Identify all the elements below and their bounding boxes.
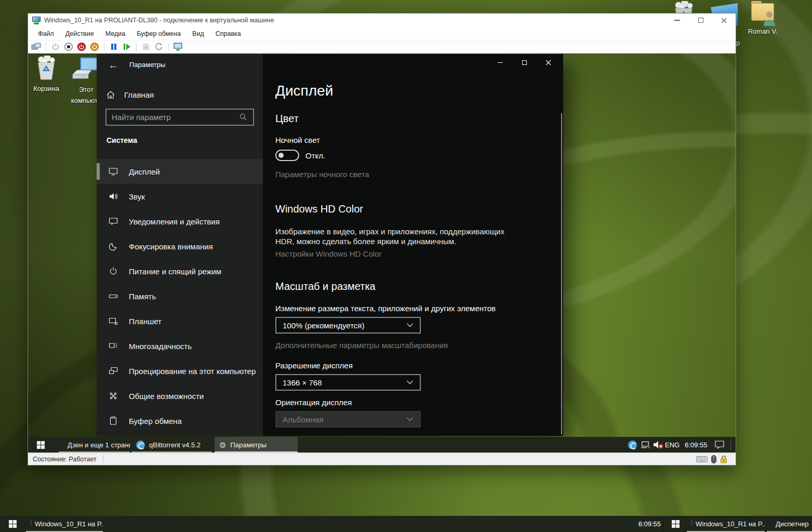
settings-app-title: Параметры [129,61,165,69]
orientation-dropdown: Альбомная [275,411,421,428]
taskbar-item-label: Параметры [230,441,266,449]
night-light-state: Откл. [305,151,325,160]
scale-dropdown[interactable]: 100% (рекомендуется) [275,317,421,334]
checkpoint-button[interactable] [140,41,152,52]
taskbar-item-edge[interactable]: Дзен и еще 1 страни... [59,437,130,453]
minimize-button[interactable] [488,54,512,71]
enhanced-session-button[interactable] [172,41,184,52]
taskbar-item-qbittorrent[interactable]: qBittorrent v4.5.2 [131,437,212,453]
sidebar-item-label: Буфер обмена [129,417,182,425]
resolution-dropdown[interactable]: 1366 × 768 [275,374,421,391]
pause-vm-button[interactable] [108,41,119,52]
sidebar-item-display[interactable]: Дисплей [97,159,263,184]
sidebar-item-home[interactable]: Главная [105,86,154,103]
host-taskbar-item-vmconnect[interactable]: Windows_10_R1 на P... [26,516,103,532]
sidebar-item-tablet[interactable]: Планшет [97,309,263,334]
menu-view[interactable]: Вид [187,27,210,40]
sidebar-item-power-sleep[interactable]: Питание и спящий режим [97,259,263,284]
advanced-scaling-link[interactable]: Дополнительные параметры масштабирования [275,341,448,350]
menu-action[interactable]: Действие [60,27,100,40]
windows-logo-icon [9,520,17,528]
tray-qbittorrent-icon[interactable] [625,437,639,453]
menu-help[interactable]: Справка [210,27,247,40]
revert-button[interactable] [153,41,165,52]
tray-clock[interactable]: 6:09:55 [685,437,707,453]
chevron-down-icon [406,417,414,422]
settings-search-box[interactable] [105,109,254,126]
host-clock[interactable]: 6:09:55 [613,516,661,532]
show-desktop-divider[interactable] [730,439,731,450]
host-taskbar-item-task-manager[interactable]: Диспетчер [767,516,812,532]
save-vm-button[interactable] [89,41,100,52]
taskbar-item-label: Windows_10_R1 на P... [35,520,103,528]
taskbar-item-settings[interactable]: ⚙ Параметры [215,437,298,453]
scale-value: 100% (рекомендуется) [283,321,364,330]
orientation-value: Альбомная [283,415,324,424]
sidebar-item-label: Память [129,292,156,301]
sidebar-item-label: Многозадачность [129,342,192,351]
vm-window-title: Windows_10_R1 на PROLIANT-DL380 - подклю… [44,17,274,24]
hd-color-description: Изображение в видео, играх и приложениях… [275,227,525,246]
icon-label: Roman V. [746,26,779,37]
ctrl-alt-del-button[interactable] [31,41,42,52]
home-icon [105,89,116,100]
close-button[interactable] [536,54,560,71]
menu-file[interactable]: Файл [32,27,60,40]
tray-network-icon[interactable] [639,437,651,453]
taskbar-item-label: Windows_10_R1 на P... [696,520,765,528]
sidebar-item-storage[interactable]: Память [97,284,263,309]
night-light-toggle[interactable] [275,150,299,161]
resume-vm-button[interactable] [121,41,132,52]
sidebar-item-multitasking[interactable]: Многозадачность [97,334,263,358]
sidebar-item-shared-experiences[interactable]: Общие возможности [97,383,263,408]
host-taskbar-item-vmconnect-2[interactable]: Windows_10_R1 на P... [687,516,765,532]
maximize-button[interactable] [512,54,536,71]
tray-language-indicator[interactable]: ENG [665,437,680,453]
clipboard-icon [108,416,118,426]
scale-size-label: Изменение размера текста, приложений и д… [275,304,496,313]
hd-color-settings-link[interactable]: Настройки Windows HD Color [275,249,381,258]
multitasking-icon [108,341,118,351]
night-light-settings-link[interactable]: Параметры ночного света [275,170,369,179]
resolution-label: Разрешение дисплея [275,361,353,370]
vm-status-text: Состояние: Работает [33,456,97,463]
sidebar-item-notifications[interactable]: Уведомления и действия [97,209,263,234]
settings-window: ← Параметры Главная Система Дисплей [97,54,563,436]
menu-clipboard[interactable]: Буфер обмена [131,27,187,40]
display-icon [108,166,118,177]
maximize-button[interactable] [689,14,712,27]
taskbar-item-label: qBittorrent v4.5.2 [149,441,201,449]
icon-label: Корзина [29,83,63,94]
keyboard-status-icon [696,456,708,462]
turn-off-vm-button[interactable] [63,41,74,52]
scrollbar[interactable] [561,113,562,434]
tray-volume-muted-icon[interactable] [651,437,665,453]
minimize-button[interactable] [665,14,689,27]
projecting-icon [108,366,118,376]
back-button[interactable]: ← [104,58,123,73]
focus-moon-icon [108,241,118,251]
vm-start-button[interactable] [28,437,53,453]
gear-icon: ⚙ [219,441,226,449]
host-taskbar: Windows_10_R1 на P... 6:09:55 Windows_10… [0,516,812,532]
vm-window-titlebar[interactable]: Windows_10_R1 на PROLIANT-DL380 - подклю… [28,14,736,27]
menu-media[interactable]: Медиа [100,27,131,40]
sidebar-item-focus-assist[interactable]: Фокусировка внимания [97,234,263,259]
search-icon[interactable] [239,113,248,122]
shutdown-vm-button[interactable] [76,41,87,52]
sidebar-item-sound[interactable]: Звук [97,184,263,209]
close-button[interactable] [712,14,736,27]
sidebar-item-label: Питание и спящий режим [129,267,221,276]
start-vm-button[interactable] [50,41,61,52]
sidebar-item-clipboard[interactable]: Буфер обмена [97,408,263,433]
action-center-icon[interactable] [712,437,727,453]
host-start-button-2[interactable] [664,516,687,532]
chevron-down-icon [406,380,414,385]
vm-menubar: Файл Действие Медиа Буфер обмена Вид Спр… [28,27,736,40]
search-input[interactable] [112,113,239,122]
desktop-icon-roman-v[interactable]: Roman V. [746,3,779,37]
vm-desktop-icon-recycle-bin[interactable]: Корзина [29,56,63,94]
sidebar-item-projecting[interactable]: Проецирование на этот компьютер [97,358,263,383]
qbittorrent-icon [136,441,145,449]
host-start-button[interactable] [0,516,25,532]
